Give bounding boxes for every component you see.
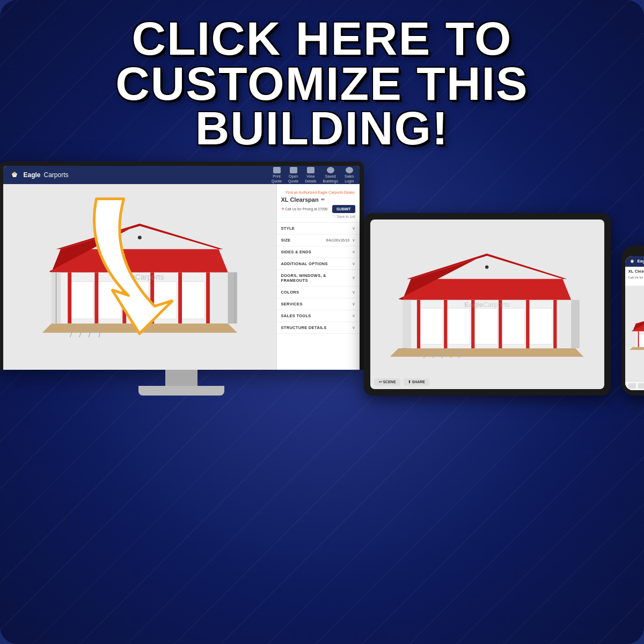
phone-screen: Eagle Carports ▲ XL Clearspan ∧	[625, 256, 645, 390]
phone-eagle-icon	[628, 258, 636, 265]
saved-buildings-icon	[327, 167, 334, 173]
app-logo: Eagle Carports	[9, 170, 69, 180]
price-row: 📍 Call Us for Pricing at 27090 SUBMIT	[281, 205, 355, 213]
menu-item-services[interactable]: SERVICES ∨	[277, 298, 360, 310]
view-details-icon	[307, 167, 314, 173]
nav-dot-2[interactable]	[638, 383, 645, 389]
chevron-down-icon: ∨	[352, 290, 355, 295]
svg-rect-39	[417, 300, 420, 348]
svg-marker-27	[390, 348, 584, 357]
svg-marker-32	[403, 300, 412, 348]
nav-sales-login[interactable]: Sales Login	[345, 167, 354, 183]
phone-nav-dots	[628, 383, 645, 389]
phone-logo-eagle: Eagle	[638, 259, 645, 264]
svg-rect-58	[639, 334, 644, 346]
login-icon	[346, 167, 353, 173]
configuration-sidebar: Find an Authorized Eagle Carports Dealer…	[276, 184, 360, 370]
phone-save-to-list[interactable]: ♡ Save to List	[628, 280, 645, 283]
chevron-down-icon: ∨	[352, 302, 355, 306]
eagle-logo-icon	[9, 170, 20, 180]
phone-price-label: Call Us for Pricing at 27090	[628, 276, 645, 279]
svg-rect-38	[529, 309, 552, 345]
svg-point-46	[485, 266, 488, 269]
svg-rect-44	[553, 300, 557, 348]
sidebar-header: Find an Authorized Eagle Carports Dealer…	[277, 188, 360, 223]
building-title: XL Clearspan ✏	[281, 196, 355, 203]
nav-saved-buildings[interactable]: Saved Buildings	[323, 167, 338, 183]
edit-icon[interactable]: ✏	[321, 197, 325, 202]
svg-rect-34	[420, 309, 443, 345]
chevron-down-icon: ∨	[352, 261, 355, 266]
menu-item-sides-ends[interactable]: SIDES & ENDS ∨	[277, 246, 360, 258]
svg-rect-19	[206, 272, 210, 323]
phone-app-bar: Eagle Carports ▲	[625, 256, 645, 267]
menu-item-colors[interactable]: COLORS ∨	[277, 287, 360, 298]
phone-content: XL Clearspan ∧ Call Us for Pricing at 27…	[625, 267, 645, 381]
scene-button[interactable]: ↩ SCENE	[375, 378, 400, 386]
menu-item-style[interactable]: STYLE ∨	[277, 223, 360, 235]
chevron-down-icon: ∨	[352, 238, 355, 243]
menu-item-sales-tools[interactable]: SALES TOOLS ∨	[277, 310, 360, 322]
tablet-frame: EagleCarports ↩ SCENE ⬆ SHARE	[364, 213, 611, 396]
svg-rect-42	[499, 300, 502, 348]
logo-eagle: Eagle	[24, 171, 41, 179]
menu-item-size[interactable]: SIZE 84x100x16/10 ∨	[277, 235, 360, 246]
phone-building-area	[625, 286, 645, 381]
phone-bottom-bar: EDIT	[625, 381, 645, 390]
arrow-container	[54, 188, 193, 349]
phone-logo: Eagle Carports	[628, 258, 645, 265]
nav-dot-1[interactable]	[628, 383, 636, 389]
devices-container: Eagle Carports Print Quote Open	[21, 162, 623, 396]
save-to-list[interactable]: ♡ Save to List	[281, 215, 355, 219]
nav-print-quote[interactable]: Print Quote	[272, 167, 282, 183]
svg-rect-40	[444, 300, 447, 348]
phone-frame: Eagle Carports ▲ XL Clearspan ∧	[621, 245, 645, 396]
logo-carports: Carports	[44, 171, 69, 179]
svg-marker-53	[630, 347, 644, 350]
arrow-icon	[54, 188, 193, 349]
nav-view-details[interactable]: View Details	[305, 167, 316, 183]
mobile-wrapper: Eagle Carports ▲ XL Clearspan ∧	[621, 245, 645, 396]
building-3d-phone	[628, 312, 644, 355]
chevron-down-icon: ∨	[352, 325, 355, 330]
chevron-down-icon: ∨	[352, 313, 355, 318]
tablet-screen: EagleCarports ↩ SCENE ⬆ SHARE	[370, 219, 604, 389]
menu-item-additional-options[interactable]: ADDITIONAL OPTIONS ∨	[277, 258, 360, 270]
monitor-base	[138, 386, 224, 396]
headline[interactable]: CLICK HERE TO CUSTOMIZE THIS BUILDING!	[21, 16, 623, 151]
open-quote-icon	[290, 167, 297, 173]
dealer-link[interactable]: Find an Authorized Eagle Carports Dealer	[281, 191, 355, 194]
price-label: 📍 Call Us for Pricing at 27090	[281, 207, 328, 211]
size-value: 84x100x16/10	[326, 238, 350, 242]
app-nav: Print Quote Open Quote View	[272, 167, 354, 183]
svg-rect-37	[502, 309, 525, 345]
submit-button[interactable]: SUBMIT	[332, 205, 355, 213]
menu-item-doors-windows[interactable]: DOORS, WINDOWS, & FRAMEOUTS ∨	[277, 270, 360, 287]
svg-marker-33	[571, 300, 580, 348]
page-container: CLICK HERE TO CUSTOMIZE THIS BUILDING!	[0, 0, 644, 644]
building-3d-tablet	[382, 241, 592, 367]
svg-rect-62	[638, 331, 639, 347]
tablet-bottom-bar: ↩ SCENE ⬆ SHARE	[375, 378, 600, 386]
tablet-wrapper: EagleCarports ↩ SCENE ⬆ SHARE	[364, 213, 611, 396]
nav-open-quote[interactable]: Open Quote	[288, 167, 298, 183]
phone-building-title: XL Clearspan ∧	[628, 269, 645, 274]
desktop-app-bar: Eagle Carports Print Quote Open	[3, 166, 360, 184]
menu-item-structure-details[interactable]: STRUCTURE DETAILS ∨	[277, 322, 360, 334]
svg-rect-35	[447, 309, 470, 345]
chevron-down-icon: ∨	[352, 250, 355, 254]
print-icon	[273, 167, 281, 173]
svg-rect-36	[474, 309, 497, 345]
svg-rect-41	[471, 300, 474, 348]
svg-marker-7	[228, 272, 237, 323]
phone-sidebar-header: XL Clearspan ∧ Call Us for Pricing at 27…	[625, 267, 645, 286]
monitor-neck	[165, 370, 197, 386]
svg-rect-43	[526, 300, 529, 348]
share-button[interactable]: ⬆ SHARE	[404, 378, 429, 386]
headline-text[interactable]: CLICK HERE TO CUSTOMIZE THIS BUILDING!	[21, 16, 623, 151]
chevron-down-icon: ∨	[352, 275, 355, 280]
chevron-down-icon: ∨	[352, 226, 355, 231]
phone-price-row: Call Us for Pricing at 27090 SUBMIT	[628, 275, 645, 280]
